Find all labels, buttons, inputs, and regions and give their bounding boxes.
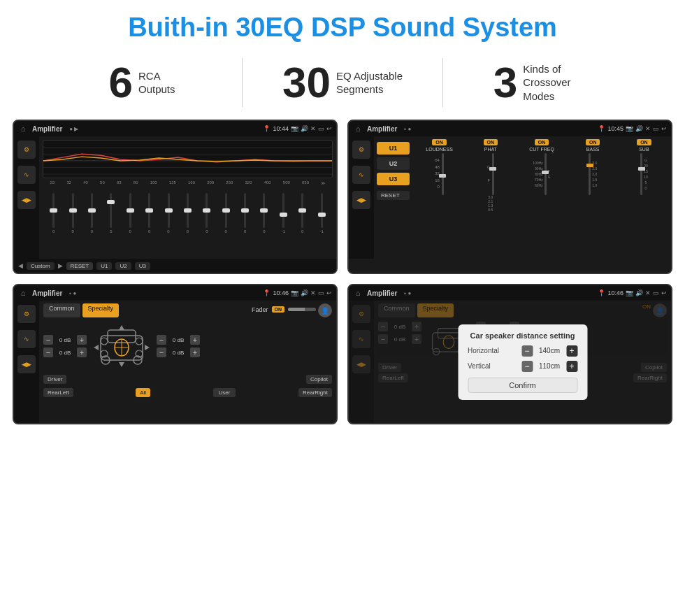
screen3-home-icon[interactable]: ⌂	[18, 288, 28, 298]
screen1-back-icon[interactable]: ↩	[326, 125, 332, 132]
eq-u1-btn[interactable]: U1	[96, 262, 112, 270]
screen4-home-icon[interactable]: ⌂	[353, 288, 363, 298]
profile-icon[interactable]: 👤	[318, 303, 332, 317]
screen3-time: 10:46	[273, 289, 289, 296]
vertical-plus-btn[interactable]: +	[566, 361, 577, 372]
speaker-wave-btn[interactable]: ∿	[17, 330, 36, 348]
screens-grid: ⌂ Amplifier ● ▶ 📍 10:44 📷 🔊 ✕ ▭ ↩ ⚙ ∿ ◀▶	[0, 120, 685, 431]
screen1-title: Amplifier	[32, 125, 62, 133]
eq-area: 2532405063 80100125160200 25032040050063…	[39, 136, 336, 259]
eq-slider-1: 0	[68, 193, 78, 234]
loudness-on-btn[interactable]: ON	[432, 139, 447, 145]
eq-next-btn[interactable]: ▶	[58, 262, 63, 269]
vol-rr-minus[interactable]: −	[157, 348, 166, 357]
fader-on-badge[interactable]: ON	[272, 306, 285, 313]
vol-rl-value: 0 dB	[55, 350, 75, 356]
vol-fl-minus[interactable]: −	[43, 335, 53, 345]
vertical-row: Vertical − 110cm +	[468, 361, 577, 372]
vol-row-rl: − 0 dB +	[43, 348, 87, 357]
horizontal-minus-btn[interactable]: −	[521, 345, 533, 357]
eq-wave-btn[interactable]: ∿	[17, 166, 36, 184]
vol-row-fr: − 0 dB +	[157, 335, 200, 345]
phat-on-btn[interactable]: ON	[484, 139, 498, 145]
screen4-statusbar: ⌂ Amplifier ▪ ● 📍 10:46 📷 🔊 ✕ ▭ ↩	[349, 285, 671, 301]
stat-eq-number: 30	[282, 61, 331, 104]
speaker-mixer-btn[interactable]: ⚙	[17, 305, 36, 323]
sub-on-btn[interactable]: ON	[637, 139, 651, 145]
screen1-body: ⚙ ∿ ◀▶	[14, 136, 336, 259]
eq-reset-btn[interactable]: RESET	[66, 262, 94, 270]
vol-col-right: − 0 dB + − 0 dB +	[157, 335, 200, 357]
mode-u1-btn[interactable]: U1	[377, 142, 410, 155]
fader-row: Fader ON	[252, 303, 316, 315]
mode-reset-btn[interactable]: RESET	[377, 191, 410, 200]
bass-on-btn[interactable]: ON	[586, 139, 600, 145]
screen3-back-icon[interactable]: ↩	[326, 289, 332, 296]
svg-marker-16	[119, 325, 124, 330]
svg-rect-21	[438, 329, 459, 338]
mode-u2-btn[interactable]: U2	[377, 157, 410, 170]
confirm-button[interactable]: Confirm	[468, 378, 577, 393]
vol-rl-plus[interactable]: +	[77, 348, 87, 357]
screen4-camera-icon: 📷	[626, 289, 633, 296]
home-icon[interactable]: ⌂	[18, 124, 28, 134]
all-btn[interactable]: All	[136, 388, 150, 397]
speaker-bottom-row: Driver Copilot	[43, 375, 332, 384]
vol-rr-plus[interactable]: +	[190, 348, 200, 357]
fader-slider[interactable]	[288, 308, 316, 311]
eq-slider-14: -1	[317, 193, 326, 234]
eq-slider-0: 0	[49, 193, 59, 234]
eq-u2-btn[interactable]: U2	[115, 262, 131, 270]
screen2-back-icon[interactable]: ↩	[661, 125, 667, 132]
horizontal-plus-btn[interactable]: +	[566, 345, 577, 357]
camera-icon: 📷	[291, 125, 298, 132]
stat-rca-number: 6	[108, 61, 132, 104]
cutfreq-on-btn[interactable]: ON	[535, 139, 549, 145]
eq-slider-6: 0	[164, 193, 173, 234]
screen4-dialog: ⌂ Amplifier ▪ ● 📍 10:46 📷 🔊 ✕ ▭ ↩ ⚙ ∿ ◀▶	[347, 284, 672, 424]
vol-fr-plus[interactable]: +	[190, 335, 200, 345]
eq-u3-btn[interactable]: U3	[135, 262, 150, 270]
vol-fr-minus[interactable]: −	[157, 335, 166, 345]
eq-slider-4: 0	[125, 193, 135, 234]
eq-graph	[43, 140, 333, 178]
eq-vol-btn[interactable]: ◀▶	[17, 191, 36, 209]
eq-custom-btn[interactable]: Custom	[27, 262, 55, 270]
stat-eq: 30 EQ AdjustableSegments	[243, 61, 442, 104]
copilot-btn[interactable]: Copilot	[306, 375, 332, 384]
stat-crossover-number: 3	[493, 61, 517, 104]
speaker-vol-btn[interactable]: ◀▶	[17, 355, 36, 373]
specialty-tab[interactable]: Specialty	[82, 303, 120, 317]
common-tab[interactable]: Common	[43, 303, 80, 317]
screen1-statusbar: ⌂ Amplifier ● ▶ 📍 10:44 📷 🔊 ✕ ▭ ↩	[14, 121, 336, 136]
eq-mixer-btn[interactable]: ⚙	[17, 141, 36, 159]
eq-slider-12: -1	[278, 193, 288, 234]
driver-btn[interactable]: Driver	[43, 375, 66, 384]
vertical-value: 110cm	[535, 362, 563, 370]
screen2-camera-icon: 📷	[626, 125, 633, 132]
mode-wave-btn[interactable]: ∿	[352, 166, 370, 184]
vol-rl-minus[interactable]: −	[43, 348, 53, 357]
vertical-minus-btn[interactable]: −	[521, 361, 533, 372]
screen4-back-icon[interactable]: ↩	[661, 289, 667, 296]
mode-u3-btn[interactable]: U3	[377, 173, 410, 185]
mode-mixer-btn[interactable]: ⚙	[352, 141, 370, 159]
screen2-indicators: ▪ ●	[404, 126, 411, 132]
vol-fr-value: 0 dB	[168, 337, 188, 343]
user-btn[interactable]: User	[213, 388, 236, 397]
mode-vol-btn[interactable]: ◀▶	[352, 191, 370, 209]
screen2-volume-icon: 🔊	[635, 125, 643, 132]
screen3-body: ⚙ ∿ ◀▶ Common Specialty Fader ON 👤	[14, 301, 336, 423]
screen2-home-icon[interactable]: ⌂	[353, 124, 363, 134]
rearleft-btn[interactable]: RearLeft	[43, 388, 73, 397]
rearright-btn[interactable]: RearRight	[298, 388, 332, 397]
screen4-x-icon: ✕	[645, 289, 651, 296]
vol-fl-plus[interactable]: +	[77, 335, 87, 345]
eq-slider-10: 0	[240, 193, 250, 234]
bass-label: BASS	[586, 147, 600, 152]
vertical-label: Vertical	[468, 362, 491, 370]
svg-point-24	[443, 336, 454, 349]
screen3-location-icon: 📍	[263, 289, 271, 296]
eq-prev-btn[interactable]: ◀	[18, 262, 23, 269]
horizontal-value: 140cm	[535, 347, 563, 354]
